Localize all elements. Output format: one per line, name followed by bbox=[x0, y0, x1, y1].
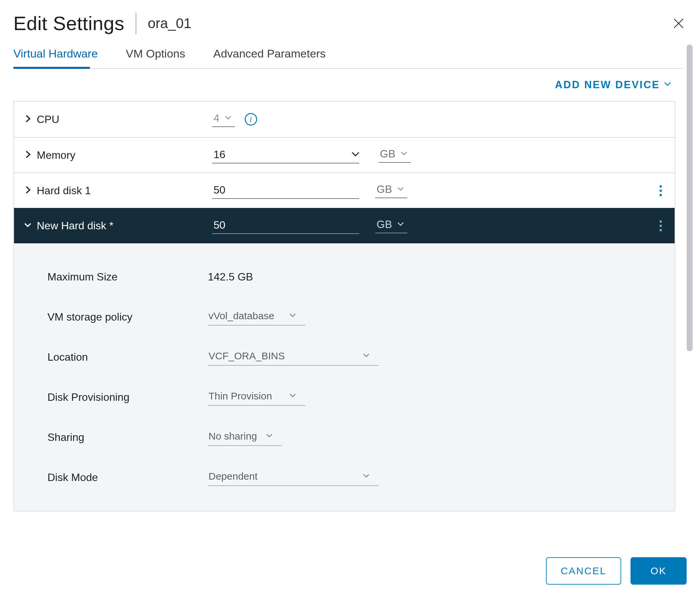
hard-disk-1-actions[interactable] bbox=[656, 180, 665, 201]
content-scroll[interactable]: Virtual Hardware VM Options Advanced Par… bbox=[0, 43, 700, 547]
detail-storage-policy-row: VM storage policy vVol_database bbox=[47, 297, 661, 337]
memory-input[interactable] bbox=[212, 147, 359, 164]
detail-maximum-size-row: Maximum Size 142.5 GB bbox=[47, 257, 661, 297]
maximum-size-label: Maximum Size bbox=[47, 271, 208, 283]
cpu-count-value: 4 bbox=[214, 112, 220, 124]
new-hard-disk-unit-value: GB bbox=[377, 218, 392, 231]
close-icon bbox=[673, 17, 685, 31]
new-hard-disk-details: Maximum Size 142.5 GB VM storage policy … bbox=[14, 243, 675, 511]
hard-disk-1-size-input[interactable] bbox=[212, 183, 359, 199]
location-select[interactable]: VCF_ORA_BINS bbox=[208, 348, 379, 366]
tab-vm-options[interactable]: VM Options bbox=[126, 43, 190, 68]
disk-provisioning-select[interactable]: Thin Provision bbox=[208, 388, 305, 406]
detail-disk-provisioning-row: Disk Provisioning Thin Provision bbox=[47, 377, 661, 417]
storage-policy-label: VM storage policy bbox=[47, 311, 208, 323]
dialog-header: Edit Settings ora_01 bbox=[0, 0, 700, 43]
sharing-label: Sharing bbox=[47, 431, 208, 443]
new-hard-disk-size-input[interactable] bbox=[212, 218, 359, 234]
memory-stepper[interactable] bbox=[212, 147, 362, 164]
chevron-right-icon bbox=[23, 149, 37, 162]
chevron-down-icon bbox=[395, 148, 408, 160]
hard-disk-1-expand-toggle[interactable]: Hard disk 1 bbox=[23, 185, 212, 197]
cpu-label: CPU bbox=[37, 113, 59, 126]
hard-disk-1-label: Hard disk 1 bbox=[37, 185, 91, 197]
edit-settings-dialog: Edit Settings ora_01 Virtual Hardware VM… bbox=[0, 0, 700, 600]
new-hard-disk-size-cell bbox=[212, 218, 359, 234]
close-button[interactable] bbox=[671, 16, 686, 32]
chevron-down-icon bbox=[392, 218, 405, 231]
chevron-down-icon bbox=[23, 220, 37, 232]
add-new-device-button[interactable]: ADD NEW DEVICE bbox=[555, 79, 672, 91]
dialog-body: Virtual Hardware VM Options Advanced Par… bbox=[0, 43, 700, 547]
new-hard-disk-row: New Hard disk * GB bbox=[14, 208, 675, 243]
device-list: CPU 4 i bbox=[14, 101, 675, 511]
disk-mode-value: Dependent bbox=[208, 471, 258, 482]
new-hard-disk-unit-select[interactable]: GB bbox=[375, 218, 407, 233]
chevron-down-icon bbox=[289, 310, 297, 321]
cpu-row: CPU 4 i bbox=[14, 102, 675, 137]
disk-provisioning-label: Disk Provisioning bbox=[47, 391, 208, 404]
disk-mode-label: Disk Mode bbox=[47, 471, 208, 484]
maximum-size-value: 142.5 GB bbox=[208, 271, 253, 283]
chevron-down-icon bbox=[265, 431, 273, 442]
tab-virtual-hardware[interactable]: Virtual Hardware bbox=[14, 43, 102, 68]
hard-disk-1-unit-select[interactable]: GB bbox=[375, 183, 407, 198]
chevron-down-icon bbox=[362, 471, 370, 482]
new-hard-disk-actions[interactable] bbox=[656, 215, 665, 237]
svg-text:i: i bbox=[250, 115, 252, 124]
disk-provisioning-value: Thin Provision bbox=[208, 390, 272, 402]
sharing-value: No sharing bbox=[208, 431, 257, 442]
location-label: Location bbox=[47, 351, 208, 363]
cpu-expand-toggle[interactable]: CPU bbox=[23, 113, 212, 126]
chevron-down-icon bbox=[392, 183, 405, 195]
hard-disk-1-row: Hard disk 1 GB bbox=[14, 172, 675, 208]
chevron-right-icon bbox=[23, 185, 37, 197]
hard-disk-1-unit-value: GB bbox=[377, 183, 392, 195]
storage-policy-select[interactable]: vVol_database bbox=[208, 308, 305, 326]
ok-button[interactable]: OK bbox=[630, 557, 686, 585]
add-device-row: ADD NEW DEVICE bbox=[14, 76, 696, 101]
storage-policy-value: vVol_database bbox=[208, 310, 274, 321]
cpu-info-icon[interactable]: i bbox=[244, 113, 258, 126]
add-new-device-label: ADD NEW DEVICE bbox=[555, 79, 660, 91]
location-value: VCF_ORA_BINS bbox=[208, 350, 285, 362]
dialog-title: Edit Settings bbox=[14, 12, 124, 34]
dialog-footer: CANCEL OK bbox=[0, 547, 700, 600]
dialog-subtitle: ora_01 bbox=[148, 15, 192, 31]
disk-mode-select[interactable]: Dependent bbox=[208, 469, 379, 486]
sharing-select[interactable]: No sharing bbox=[208, 429, 282, 446]
chevron-down-icon bbox=[220, 112, 232, 124]
memory-expand-toggle[interactable]: Memory bbox=[23, 149, 212, 162]
detail-location-row: Location VCF_ORA_BINS bbox=[47, 337, 661, 377]
cancel-button[interactable]: CANCEL bbox=[546, 557, 621, 585]
scrollbar[interactable] bbox=[686, 45, 693, 351]
chevron-down-icon bbox=[289, 390, 297, 402]
cpu-count-select[interactable]: 4 bbox=[212, 112, 235, 127]
tabs: Virtual Hardware VM Options Advanced Par… bbox=[14, 43, 683, 69]
hard-disk-1-size-cell bbox=[212, 183, 359, 199]
chevron-down-icon bbox=[362, 350, 370, 362]
chevron-down-icon bbox=[350, 149, 360, 161]
memory-row: Memory GB bbox=[14, 137, 675, 172]
new-hard-disk-label: New Hard disk * bbox=[37, 220, 113, 232]
chevron-down-icon bbox=[660, 79, 672, 91]
tab-advanced-parameters[interactable]: Advanced Parameters bbox=[213, 43, 329, 68]
memory-label: Memory bbox=[37, 149, 76, 162]
new-hard-disk-expand-toggle[interactable]: New Hard disk * bbox=[23, 220, 212, 232]
detail-sharing-row: Sharing No sharing bbox=[47, 417, 661, 457]
memory-unit-select[interactable]: GB bbox=[379, 148, 411, 163]
detail-disk-mode-row: Disk Mode Dependent bbox=[47, 457, 661, 497]
chevron-right-icon bbox=[23, 113, 37, 126]
title-divider bbox=[136, 13, 136, 34]
memory-unit-value: GB bbox=[380, 148, 395, 160]
